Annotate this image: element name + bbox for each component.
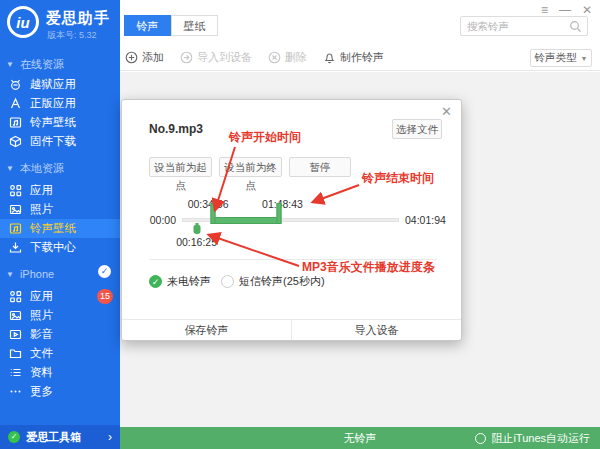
toolbox-check-icon: ✓ <box>8 431 20 443</box>
toolbox-bar[interactable]: ✓ 爱思工具箱 › <box>0 425 120 449</box>
ringtone-wallpaper-icon <box>9 116 22 129</box>
timeline-start-handle[interactable] <box>210 203 215 224</box>
caret-down-icon: ▼ <box>6 60 14 69</box>
sidebar-item-jailbreak-apps[interactable]: 越狱应用 <box>0 75 120 94</box>
firmware-icon <box>9 135 22 148</box>
apps-grid-icon <box>9 290 22 303</box>
sidebar-nav: ▼在线资源 越狱应用 正版应用 铃声壁纸 固件下载 ▼本地资源 应用 照片 <box>0 48 120 401</box>
dialog-close-icon[interactable]: ✕ <box>441 104 452 119</box>
close-icon[interactable]: ✕ <box>582 3 592 17</box>
trim-start-time: 00:34:56 <box>188 198 229 210</box>
genuine-app-icon <box>9 97 22 110</box>
sidebar-section-iphone[interactable]: ▼iPhone ✓ <box>0 257 120 287</box>
timeline-zero-label: 00:00 <box>138 214 176 226</box>
app-logo-area: iu 爱思助手 版本号: 5.32 <box>0 0 120 48</box>
radio-unchecked-icon <box>221 275 234 288</box>
toolbox-label: 爱思工具箱 <box>26 430 108 445</box>
apps-count-badge: 15 <box>97 289 113 304</box>
playback-position-time: 00:16:25 <box>176 236 217 248</box>
search-input[interactable] <box>467 18 565 34</box>
download-icon <box>9 241 22 254</box>
app-name: 爱思助手 <box>46 9 110 28</box>
app-version: 版本号: 5.32 <box>47 29 97 42</box>
tab-bar: 铃声 壁纸 <box>124 15 218 36</box>
sidebar-item-iphone-info[interactable]: 资料 <box>0 363 120 382</box>
chevron-right-icon: › <box>108 430 112 444</box>
app-logo-icon: iu <box>7 6 39 38</box>
import-device-button[interactable]: 导入设备 <box>292 320 461 340</box>
dialog-divider <box>149 259 437 260</box>
ringtone-wallpaper-icon <box>9 222 22 235</box>
delete-circle-icon <box>268 51 281 64</box>
menu-icon[interactable]: ≡ <box>541 3 548 17</box>
set-current-as-end-button[interactable]: 设当前为终点 <box>219 157 282 177</box>
dropdown-caret-icon: ▼ <box>581 55 588 62</box>
sidebar-item-local-photos[interactable]: 照片 <box>0 200 120 219</box>
trim-timeline: 00:34:56 01:48:43 00:00 04:01:94 00:16:2… <box>182 196 399 248</box>
sidebar-item-iphone-photos[interactable]: 照片 <box>0 306 120 325</box>
tab-ringtone[interactable]: 铃声 <box>124 15 171 36</box>
add-button[interactable]: 添加 <box>125 50 164 65</box>
import-circle-icon <box>180 51 193 64</box>
timeline-total-label: 04:01:94 <box>405 214 446 226</box>
ringtone-maker-dialog: ✕ No.9.mp3 选择文件 设当前为起点 设当前为终点 暂停 00:34:5… <box>121 99 462 341</box>
status-bar: 无铃声 阻止iTunes自动运行 <box>120 427 600 449</box>
pause-button[interactable]: 暂停 <box>289 157 351 177</box>
action-toolbar: 添加 导入到设备 删除 制作铃声 铃声类型 ▼ <box>120 45 600 71</box>
apps-grid-icon <box>9 184 22 197</box>
more-dots-icon <box>9 385 22 398</box>
photos-icon <box>9 203 22 216</box>
mp3-filename: No.9.mp3 <box>149 122 203 136</box>
list-icon <box>9 366 22 379</box>
caret-down-icon: ▼ <box>6 270 14 279</box>
folder-icon <box>9 347 22 360</box>
timeline-selected-range[interactable] <box>213 217 279 224</box>
save-ringtone-button[interactable]: 保存铃声 <box>122 320 292 340</box>
import-to-device-button[interactable]: 导入到设备 <box>180 50 252 65</box>
bell-icon <box>323 51 336 64</box>
minimize-icon[interactable]: — <box>559 3 571 17</box>
sidebar-item-genuine-apps[interactable]: 正版应用 <box>0 94 120 113</box>
sidebar: iu 爱思助手 版本号: 5.32 ▼在线资源 越狱应用 正版应用 铃声壁纸 固… <box>0 0 120 449</box>
tab-wallpaper[interactable]: 壁纸 <box>171 15 218 36</box>
radio-checked-icon: ✓ <box>149 275 162 288</box>
photos-icon <box>9 309 22 322</box>
sidebar-section-local[interactable]: ▼本地资源 <box>0 151 120 181</box>
sidebar-item-local-apps[interactable]: 应用 <box>0 181 120 200</box>
make-ringtone-button[interactable]: 制作铃声 <box>323 50 384 65</box>
sidebar-section-online[interactable]: ▼在线资源 <box>0 53 120 75</box>
trim-end-time: 01:48:43 <box>262 198 303 210</box>
sidebar-item-online-ringtone-wallpaper[interactable]: 铃声壁纸 <box>0 113 120 132</box>
add-circle-icon <box>125 51 138 64</box>
sidebar-item-iphone-media[interactable]: 影音 <box>0 325 120 344</box>
jailbreak-icon <box>9 78 22 91</box>
timeline-end-handle[interactable] <box>277 203 282 224</box>
set-current-as-start-button[interactable]: 设当前为起点 <box>149 157 212 177</box>
caret-down-icon: ▼ <box>6 164 14 173</box>
device-connected-check-icon: ✓ <box>98 265 111 278</box>
ringtone-type-dropdown[interactable]: 铃声类型 ▼ <box>530 49 592 67</box>
ringtone-type-radios: ✓ 来电铃声 短信铃声(25秒内) <box>149 274 325 289</box>
search-box <box>460 16 588 36</box>
block-itunes-toggle[interactable]: 阻止iTunes自动运行 <box>475 431 590 446</box>
delete-button[interactable]: 删除 <box>268 50 307 65</box>
sidebar-item-download-center[interactable]: 下载中心 <box>0 238 120 257</box>
sidebar-item-firmware-download[interactable]: 固件下载 <box>0 132 120 151</box>
sidebar-item-iphone-apps[interactable]: 应用 15 <box>0 287 120 306</box>
sidebar-item-iphone-files[interactable]: 文件 <box>0 344 120 363</box>
dialog-footer: 保存铃声 导入设备 <box>122 319 461 340</box>
window-controls: ≡ — ✕ <box>541 3 592 17</box>
search-icon[interactable] <box>569 20 582 33</box>
radio-circle-icon <box>475 433 486 444</box>
media-icon <box>9 328 22 341</box>
choose-file-button[interactable]: 选择文件 <box>392 119 442 139</box>
radio-sms-ringtone[interactable]: 短信铃声(25秒内) <box>221 274 325 289</box>
sidebar-item-local-ringtone-wallpaper[interactable]: 铃声壁纸 <box>0 219 120 238</box>
header: 铃声 壁纸 ≡ — ✕ <box>120 0 600 45</box>
radio-call-ringtone[interactable]: ✓ 来电铃声 <box>149 274 211 289</box>
playback-position-marker[interactable] <box>193 225 200 234</box>
sidebar-item-more[interactable]: 更多 <box>0 382 120 401</box>
